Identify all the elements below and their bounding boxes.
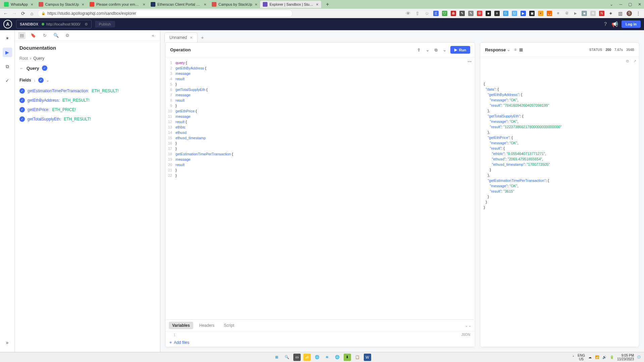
language-indicator[interactable]: ENG US <box>578 354 585 361</box>
extension-icon[interactable]: ✙ <box>590 11 596 16</box>
notepad-icon[interactable]: 📋 <box>354 354 361 361</box>
extension-icon[interactable]: ■ <box>486 11 491 16</box>
extension-icon[interactable]: 🛡 <box>442 11 447 16</box>
star-icon[interactable]: ☆ <box>424 11 430 16</box>
chrome-icon[interactable]: 🌐 <box>334 354 341 361</box>
publish-button[interactable]: Publish <box>95 21 115 28</box>
export-response-icon[interactable]: ↗ <box>633 58 636 64</box>
table-view-icon[interactable]: ▦ <box>518 46 524 53</box>
field-check-icon[interactable]: ✓ <box>19 107 25 112</box>
close-tab-icon[interactable]: ✕ <box>143 3 145 6</box>
announcement-icon[interactable]: 📢 <box>611 21 618 28</box>
vscode-icon[interactable]: ≋ <box>324 354 331 361</box>
extension-icon[interactable]: ⦿ <box>477 11 482 16</box>
settings-icon[interactable]: ⚙ <box>64 32 71 39</box>
close-tab-icon[interactable]: ✕ <box>255 3 257 6</box>
breadcrumb-root[interactable]: Root <box>19 56 28 61</box>
start-icon[interactable]: ⊞ <box>273 354 281 361</box>
notification-icon[interactable]: ⓘ <box>637 355 641 360</box>
tab-variables[interactable]: Variables <box>169 322 193 329</box>
field-check-icon[interactable]: ✓ <box>19 98 25 103</box>
new-tab-button[interactable]: + <box>324 1 331 7</box>
extension-icon[interactable]: N <box>599 11 604 16</box>
search-taskbar-icon[interactable]: 🔍 <box>283 354 291 361</box>
forward-icon[interactable]: → <box>11 11 17 16</box>
chevron-down-icon[interactable]: ⌄ <box>442 46 448 54</box>
extension-icon[interactable]: (( <box>433 11 439 16</box>
task-view-icon[interactable]: ▭ <box>293 354 301 361</box>
extension-icon[interactable]: ▣ <box>529 11 535 16</box>
share-icon[interactable]: ⇧ <box>414 11 420 16</box>
collapse-vars-icon[interactable]: ⌄⌄ <box>465 323 472 328</box>
response-body[interactable]: ⧉ ↗ { "data": { "getEthByAddress": { "me… <box>480 57 639 347</box>
close-tab-icon[interactable]: ✕ <box>204 3 206 6</box>
field-check-icon[interactable]: ✓ <box>19 116 25 122</box>
bookmark-icon[interactable]: 🔖 <box>30 32 37 39</box>
browser-tab[interactable]: Etherscan Client Portal and Servi…✕ <box>148 1 209 8</box>
clock[interactable]: 9:05 PM 11/23/2023 <box>617 354 634 361</box>
side-panel-icon[interactable]: ▥ <box>617 11 623 16</box>
extension-icon[interactable]: 傘 <box>451 11 456 16</box>
onedrive-icon[interactable]: ☁ <box>588 355 592 359</box>
search-icon[interactable]: 🔍 <box>52 32 60 39</box>
browser-tab[interactable]: Explorer | Sandbox | Studio✕ <box>260 1 321 8</box>
chevron-down-icon[interactable]: ⌄ <box>46 79 49 82</box>
battery-icon[interactable]: 🔋 <box>610 355 614 359</box>
copy-op-icon[interactable]: ⧉ <box>433 46 439 54</box>
field-row[interactable]: ✓getEthByAddress: ETH_RESULT! <box>15 96 160 105</box>
extension-icon[interactable]: U <box>512 11 517 16</box>
back-arrow-icon[interactable]: ← <box>19 66 24 71</box>
diff-icon[interactable]: ⧉ <box>3 62 12 71</box>
checks-icon[interactable]: ✓ <box>3 76 12 85</box>
add-files-button[interactable]: + Add files <box>165 338 475 347</box>
field-check-icon[interactable]: ✓ <box>19 88 25 94</box>
extension-icon[interactable]: ✎ <box>459 11 465 16</box>
browser-tab[interactable]: Campus by StackUp✕ <box>209 1 260 8</box>
extension-icon[interactable]: ≡ <box>494 11 500 16</box>
file-explorer-icon[interactable]: 📁 <box>303 354 311 361</box>
copy-response-icon[interactable]: ⧉ <box>626 58 629 64</box>
extension-icon[interactable]: ▶ <box>521 11 526 16</box>
tab-script[interactable]: Script <box>220 322 238 329</box>
extensions-icon[interactable]: ✦ <box>608 11 614 16</box>
extension-icon[interactable]: ✎ <box>468 11 474 16</box>
operation-editor[interactable]: ••• 1query {2 getEthByAddress {3 message… <box>165 57 475 317</box>
volume-icon[interactable]: 🔊 <box>602 355 606 359</box>
help-icon[interactable]: ？ <box>603 21 608 28</box>
minimize-icon[interactable]: ─ <box>619 2 622 7</box>
extension-icon[interactable]: • <box>538 11 543 16</box>
more-options-icon[interactable]: ••• <box>468 59 472 64</box>
sort-icon[interactable]: ↓ <box>34 78 36 82</box>
chevron-down-icon[interactable]: ⌄ <box>610 2 613 7</box>
field-row[interactable]: ✓getEthPrice: ETH_PRICE! <box>15 105 160 114</box>
word-icon[interactable]: W <box>364 354 371 361</box>
extension-icon[interactable]: ⦿ <box>564 11 569 16</box>
share-op-icon[interactable]: ⇪ <box>416 46 422 54</box>
field-row[interactable]: ✓getEstimationTimePerTransaction: ETH_RE… <box>15 86 160 96</box>
chevron-down-icon[interactable]: ⌄ <box>507 48 510 52</box>
home-icon[interactable]: ⌂ <box>29 11 35 16</box>
reload-icon[interactable]: ⟳ <box>20 11 26 16</box>
vars-editor[interactable]: 1 JSON <box>165 331 475 338</box>
close-tab-icon[interactable]: ✕ <box>31 3 33 6</box>
add-tab-icon[interactable]: + <box>198 33 207 42</box>
edge-icon[interactable]: 🌐 <box>313 354 321 361</box>
browser-tab[interactable]: Please confirm your email [Ether…✕ <box>87 1 148 8</box>
schema-icon[interactable]: ✶ <box>3 34 12 43</box>
wifi-icon[interactable]: 📶 <box>595 355 599 359</box>
app-icon[interactable]: ⬇ <box>344 354 351 361</box>
back-icon[interactable]: ← <box>3 11 9 16</box>
endpoint-input[interactable]: http://localhost:9000/ <box>46 22 81 26</box>
chevron-down-icon[interactable]: ⌄ <box>425 46 431 54</box>
login-button[interactable]: Log in <box>622 20 641 28</box>
extension-icon[interactable]: G <box>503 11 508 16</box>
profile-avatar[interactable]: S <box>627 11 632 16</box>
extension-icon[interactable]: ■ <box>582 11 587 16</box>
close-tab-icon[interactable]: ✕ <box>82 3 84 6</box>
extension-icon[interactable]: ▶ <box>573 11 578 16</box>
prettify-icon[interactable]: ≡ <box>513 46 518 53</box>
extension-icon[interactable]: 🦊 <box>547 11 552 16</box>
eye-off-icon[interactable]: 👁 <box>405 11 411 16</box>
browser-tab[interactable]: Campus by StackUp✕ <box>36 1 87 8</box>
address-bar[interactable]: 🔒 https://studio.apollographql.com/sandb… <box>38 10 293 17</box>
